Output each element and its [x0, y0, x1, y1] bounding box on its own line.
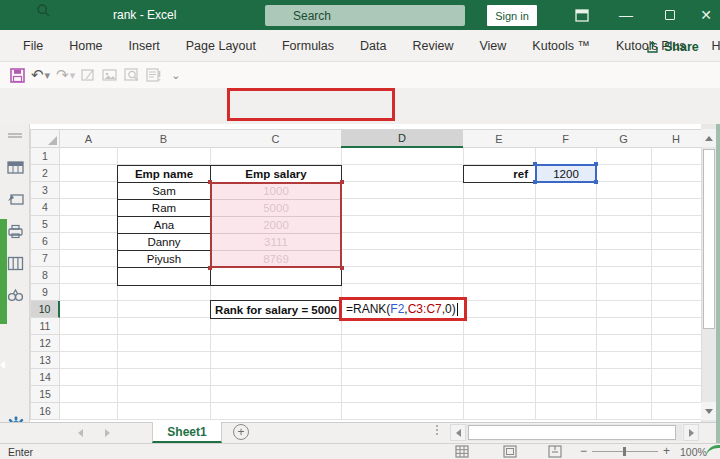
- ref-label-cell[interactable]: ref: [463, 165, 536, 183]
- scroll-up-button[interactable]: [701, 129, 717, 147]
- select-all-button[interactable]: [30, 129, 60, 148]
- column-header-g[interactable]: G: [596, 129, 652, 148]
- undo-button[interactable]: ↶ ▾: [31, 66, 50, 84]
- column-header-f[interactable]: F: [535, 129, 597, 148]
- row-header-2[interactable]: 2: [30, 165, 60, 182]
- page-break-view-icon[interactable]: [548, 445, 562, 458]
- range-handle[interactable]: [208, 180, 212, 184]
- redo-dropdown-arrow[interactable]: ▾: [70, 69, 76, 82]
- sheet-tab-sheet1[interactable]: Sheet1: [152, 422, 222, 443]
- ribbon-display-options-button[interactable]: [568, 0, 596, 30]
- row-header-16[interactable]: 16: [30, 403, 60, 420]
- workbook-icon[interactable]: [7, 160, 24, 175]
- column-header-e[interactable]: E: [463, 129, 536, 148]
- columns-icon[interactable]: [7, 256, 24, 271]
- row-header-1[interactable]: 1: [30, 148, 60, 165]
- range-handle[interactable]: [533, 162, 537, 166]
- row-header-14[interactable]: 14: [30, 369, 60, 386]
- scroll-down-button[interactable]: [701, 402, 717, 420]
- zoom-level-text[interactable]: 100%: [680, 446, 707, 458]
- emp-name-cell[interactable]: [118, 268, 211, 285]
- vertical-scrollbar-thumb[interactable]: [703, 149, 715, 329]
- row-header-9[interactable]: 9: [30, 284, 60, 301]
- column-header-b[interactable]: B: [117, 129, 211, 148]
- pane-handle[interactable]: [8, 133, 22, 138]
- find-icon[interactable]: [7, 288, 24, 303]
- ribbon-tab-insert[interactable]: Insert: [116, 30, 173, 62]
- redo-button[interactable]: ↷ ▾: [56, 66, 75, 84]
- range-handle[interactable]: [533, 180, 537, 184]
- next-sheet-button[interactable]: [105, 429, 110, 437]
- column-header-a[interactable]: A: [60, 129, 118, 148]
- print-preview-button[interactable]: [124, 68, 140, 82]
- zoom-slider-thumb[interactable]: [623, 447, 626, 456]
- emp-name-cell[interactable]: Emp name: [118, 166, 211, 182]
- zoom-out-button[interactable]: −: [580, 444, 587, 458]
- ribbon-tab-kutools[interactable]: Kutools ™: [519, 30, 603, 62]
- undo-icon: ↶: [31, 66, 44, 84]
- horizontal-scrollbar-thumb[interactable]: [468, 425, 676, 440]
- picture-button[interactable]: [102, 68, 118, 82]
- properties-button[interactable]: [146, 68, 161, 82]
- arrow-right-icon: [689, 429, 694, 437]
- range-handle[interactable]: [340, 266, 344, 270]
- row-header-10[interactable]: 10: [30, 301, 60, 318]
- search-input[interactable]: Search: [265, 5, 465, 26]
- design-mode-button[interactable]: [81, 68, 96, 82]
- rank-label-cell[interactable]: Rank for salary = 5000: [210, 300, 342, 319]
- ribbon-tab-review[interactable]: Review: [399, 30, 466, 62]
- printer-icon[interactable]: [7, 224, 24, 239]
- new-sheet-button[interactable]: +: [233, 424, 249, 440]
- range-handle[interactable]: [208, 266, 212, 270]
- range-handle[interactable]: [594, 162, 598, 166]
- range-handle[interactable]: [594, 180, 598, 184]
- maximize-button[interactable]: [656, 0, 684, 30]
- window-title: rank - Excel: [113, 8, 176, 22]
- ribbon-tab-page-layout[interactable]: Page Layout: [173, 30, 269, 62]
- column-header-c[interactable]: C: [210, 129, 342, 148]
- column-header-d[interactable]: D: [341, 129, 464, 148]
- ref-value-cell[interactable]: 1200: [535, 164, 597, 183]
- row-header-5[interactable]: 5: [30, 216, 60, 233]
- row-header-3[interactable]: 3: [30, 182, 60, 199]
- save-button[interactable]: [10, 68, 25, 83]
- ribbon-tab-view[interactable]: View: [466, 30, 519, 62]
- ribbon-tab-formulas[interactable]: Formulas: [269, 30, 347, 62]
- row-header-15[interactable]: 15: [30, 386, 60, 403]
- row-header-4[interactable]: 4: [30, 199, 60, 216]
- emp-name-cell[interactable]: Ram: [118, 200, 211, 216]
- emp-name-cell[interactable]: Piyush: [118, 251, 211, 267]
- row-header-13[interactable]: 13: [30, 352, 60, 369]
- scroll-left-button[interactable]: [450, 424, 466, 441]
- pane-toggle-bar[interactable]: [0, 219, 7, 324]
- column-header-h[interactable]: H: [651, 129, 702, 148]
- normal-view-icon[interactable]: [455, 445, 469, 458]
- row-header-8[interactable]: 8: [30, 267, 60, 284]
- row-header-12[interactable]: 12: [30, 335, 60, 352]
- row-header-7[interactable]: 7: [30, 250, 60, 267]
- minimize-button[interactable]: —: [612, 0, 640, 30]
- emp-name-cell[interactable]: Ana: [118, 217, 211, 233]
- emp-salary-cell[interactable]: [211, 268, 341, 285]
- worksheet-icon[interactable]: [7, 192, 24, 207]
- formula-bar-row: SUM × ✓ fx =RANK(F2,C3:C7,0): [0, 88, 720, 124]
- share-button[interactable]: Share: [638, 35, 707, 59]
- share-icon: [646, 41, 659, 54]
- ribbon-tab-data[interactable]: Data: [347, 30, 399, 62]
- emp-name-cell[interactable]: Sam: [118, 183, 211, 199]
- page-layout-view-icon[interactable]: [503, 445, 517, 458]
- customize-qat-button[interactable]: ⌄: [171, 69, 180, 82]
- undo-dropdown-arrow[interactable]: ▾: [45, 69, 51, 82]
- ribbon-tab-file[interactable]: File: [10, 30, 56, 62]
- range-handle[interactable]: [340, 180, 344, 184]
- sign-in-button[interactable]: Sign in: [487, 5, 537, 26]
- close-button[interactable]: ✕: [692, 0, 720, 30]
- ribbon-tab-home[interactable]: Home: [56, 30, 115, 62]
- emp-salary-cell[interactable]: Emp salary: [211, 166, 341, 182]
- scroll-right-button[interactable]: [683, 424, 699, 441]
- emp-name-cell[interactable]: Danny: [118, 234, 211, 250]
- zoom-in-button[interactable]: +: [663, 444, 670, 458]
- previous-sheet-button[interactable]: [78, 429, 83, 437]
- row-header-11[interactable]: 11: [30, 318, 60, 335]
- row-header-6[interactable]: 6: [30, 233, 60, 250]
